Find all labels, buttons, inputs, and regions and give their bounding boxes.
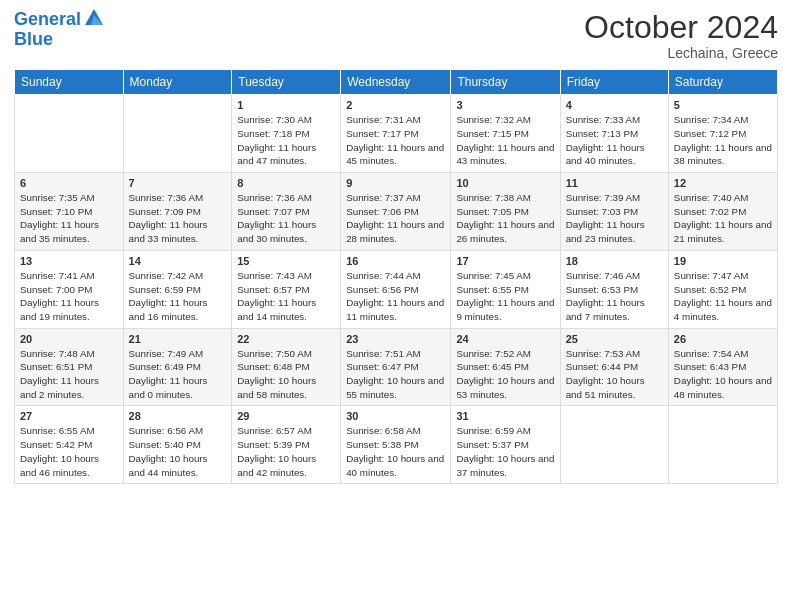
day-number: 25: [566, 333, 663, 345]
day-number: 21: [129, 333, 227, 345]
logo-text-line2: Blue: [14, 30, 105, 50]
table-row: [668, 406, 777, 484]
calendar-header-row: Sunday Monday Tuesday Wednesday Thursday…: [15, 70, 778, 95]
calendar-week-row: 13Sunrise: 7:41 AM Sunset: 7:00 PM Dayli…: [15, 250, 778, 328]
day-number: 29: [237, 410, 335, 422]
month-title: October 2024: [584, 10, 778, 45]
day-info: Sunrise: 7:49 AM Sunset: 6:49 PM Dayligh…: [129, 347, 227, 402]
day-number: 15: [237, 255, 335, 267]
calendar-week-row: 20Sunrise: 7:48 AM Sunset: 6:51 PM Dayli…: [15, 328, 778, 406]
day-info: Sunrise: 7:44 AM Sunset: 6:56 PM Dayligh…: [346, 269, 445, 324]
table-row: 25Sunrise: 7:53 AM Sunset: 6:44 PM Dayli…: [560, 328, 668, 406]
day-number: 7: [129, 177, 227, 189]
day-info: Sunrise: 7:40 AM Sunset: 7:02 PM Dayligh…: [674, 191, 772, 246]
day-number: 18: [566, 255, 663, 267]
table-row: 24Sunrise: 7:52 AM Sunset: 6:45 PM Dayli…: [451, 328, 560, 406]
day-info: Sunrise: 6:58 AM Sunset: 5:38 PM Dayligh…: [346, 424, 445, 479]
day-number: 30: [346, 410, 445, 422]
table-row: 14Sunrise: 7:42 AM Sunset: 6:59 PM Dayli…: [123, 250, 232, 328]
day-number: 2: [346, 99, 445, 111]
day-number: 11: [566, 177, 663, 189]
table-row: 8Sunrise: 7:36 AM Sunset: 7:07 PM Daylig…: [232, 173, 341, 251]
table-row: [560, 406, 668, 484]
day-info: Sunrise: 6:57 AM Sunset: 5:39 PM Dayligh…: [237, 424, 335, 479]
day-info: Sunrise: 7:46 AM Sunset: 6:53 PM Dayligh…: [566, 269, 663, 324]
day-number: 31: [456, 410, 554, 422]
header-wednesday: Wednesday: [341, 70, 451, 95]
day-info: Sunrise: 7:52 AM Sunset: 6:45 PM Dayligh…: [456, 347, 554, 402]
table-row: 5Sunrise: 7:34 AM Sunset: 7:12 PM Daylig…: [668, 95, 777, 173]
table-row: 13Sunrise: 7:41 AM Sunset: 7:00 PM Dayli…: [15, 250, 124, 328]
day-info: Sunrise: 7:30 AM Sunset: 7:18 PM Dayligh…: [237, 113, 335, 168]
table-row: 31Sunrise: 6:59 AM Sunset: 5:37 PM Dayli…: [451, 406, 560, 484]
day-info: Sunrise: 6:55 AM Sunset: 5:42 PM Dayligh…: [20, 424, 118, 479]
table-row: 23Sunrise: 7:51 AM Sunset: 6:47 PM Dayli…: [341, 328, 451, 406]
page: General Blue October 2024 Lechaina, Gree…: [0, 0, 792, 612]
table-row: 11Sunrise: 7:39 AM Sunset: 7:03 PM Dayli…: [560, 173, 668, 251]
table-row: 9Sunrise: 7:37 AM Sunset: 7:06 PM Daylig…: [341, 173, 451, 251]
day-number: 8: [237, 177, 335, 189]
day-number: 1: [237, 99, 335, 111]
table-row: 4Sunrise: 7:33 AM Sunset: 7:13 PM Daylig…: [560, 95, 668, 173]
table-row: 16Sunrise: 7:44 AM Sunset: 6:56 PM Dayli…: [341, 250, 451, 328]
logo: General Blue: [14, 10, 105, 50]
table-row: 22Sunrise: 7:50 AM Sunset: 6:48 PM Dayli…: [232, 328, 341, 406]
table-row: 18Sunrise: 7:46 AM Sunset: 6:53 PM Dayli…: [560, 250, 668, 328]
day-info: Sunrise: 7:47 AM Sunset: 6:52 PM Dayligh…: [674, 269, 772, 324]
day-number: 26: [674, 333, 772, 345]
header-sunday: Sunday: [15, 70, 124, 95]
day-number: 24: [456, 333, 554, 345]
day-number: 20: [20, 333, 118, 345]
table-row: 15Sunrise: 7:43 AM Sunset: 6:57 PM Dayli…: [232, 250, 341, 328]
calendar-table: Sunday Monday Tuesday Wednesday Thursday…: [14, 69, 778, 484]
day-info: Sunrise: 7:32 AM Sunset: 7:15 PM Dayligh…: [456, 113, 554, 168]
day-info: Sunrise: 7:43 AM Sunset: 6:57 PM Dayligh…: [237, 269, 335, 324]
table-row: 12Sunrise: 7:40 AM Sunset: 7:02 PM Dayli…: [668, 173, 777, 251]
day-number: 22: [237, 333, 335, 345]
calendar-week-row: 27Sunrise: 6:55 AM Sunset: 5:42 PM Dayli…: [15, 406, 778, 484]
day-number: 12: [674, 177, 772, 189]
day-number: 23: [346, 333, 445, 345]
day-info: Sunrise: 7:33 AM Sunset: 7:13 PM Dayligh…: [566, 113, 663, 168]
day-info: Sunrise: 7:54 AM Sunset: 6:43 PM Dayligh…: [674, 347, 772, 402]
day-info: Sunrise: 7:37 AM Sunset: 7:06 PM Dayligh…: [346, 191, 445, 246]
day-number: 9: [346, 177, 445, 189]
day-number: 10: [456, 177, 554, 189]
header-friday: Friday: [560, 70, 668, 95]
table-row: 17Sunrise: 7:45 AM Sunset: 6:55 PM Dayli…: [451, 250, 560, 328]
day-info: Sunrise: 7:34 AM Sunset: 7:12 PM Dayligh…: [674, 113, 772, 168]
day-info: Sunrise: 7:50 AM Sunset: 6:48 PM Dayligh…: [237, 347, 335, 402]
calendar-week-row: 6Sunrise: 7:35 AM Sunset: 7:10 PM Daylig…: [15, 173, 778, 251]
day-info: Sunrise: 7:39 AM Sunset: 7:03 PM Dayligh…: [566, 191, 663, 246]
day-info: Sunrise: 7:31 AM Sunset: 7:17 PM Dayligh…: [346, 113, 445, 168]
header-tuesday: Tuesday: [232, 70, 341, 95]
day-info: Sunrise: 7:51 AM Sunset: 6:47 PM Dayligh…: [346, 347, 445, 402]
title-block: October 2024 Lechaina, Greece: [584, 10, 778, 61]
day-number: 4: [566, 99, 663, 111]
logo-icon: [83, 7, 105, 29]
table-row: 10Sunrise: 7:38 AM Sunset: 7:05 PM Dayli…: [451, 173, 560, 251]
day-info: Sunrise: 7:35 AM Sunset: 7:10 PM Dayligh…: [20, 191, 118, 246]
header-thursday: Thursday: [451, 70, 560, 95]
day-info: Sunrise: 7:38 AM Sunset: 7:05 PM Dayligh…: [456, 191, 554, 246]
table-row: 26Sunrise: 7:54 AM Sunset: 6:43 PM Dayli…: [668, 328, 777, 406]
table-row: 7Sunrise: 7:36 AM Sunset: 7:09 PM Daylig…: [123, 173, 232, 251]
header-monday: Monday: [123, 70, 232, 95]
calendar-week-row: 1Sunrise: 7:30 AM Sunset: 7:18 PM Daylig…: [15, 95, 778, 173]
table-row: 6Sunrise: 7:35 AM Sunset: 7:10 PM Daylig…: [15, 173, 124, 251]
table-row: 19Sunrise: 7:47 AM Sunset: 6:52 PM Dayli…: [668, 250, 777, 328]
day-info: Sunrise: 7:41 AM Sunset: 7:00 PM Dayligh…: [20, 269, 118, 324]
day-number: 27: [20, 410, 118, 422]
header-saturday: Saturday: [668, 70, 777, 95]
day-number: 28: [129, 410, 227, 422]
location-subtitle: Lechaina, Greece: [584, 45, 778, 61]
table-row: 28Sunrise: 6:56 AM Sunset: 5:40 PM Dayli…: [123, 406, 232, 484]
day-info: Sunrise: 7:45 AM Sunset: 6:55 PM Dayligh…: [456, 269, 554, 324]
day-info: Sunrise: 7:42 AM Sunset: 6:59 PM Dayligh…: [129, 269, 227, 324]
table-row: [15, 95, 124, 173]
table-row: 2Sunrise: 7:31 AM Sunset: 7:17 PM Daylig…: [341, 95, 451, 173]
header: General Blue October 2024 Lechaina, Gree…: [14, 10, 778, 61]
day-number: 16: [346, 255, 445, 267]
day-info: Sunrise: 7:36 AM Sunset: 7:09 PM Dayligh…: [129, 191, 227, 246]
day-number: 3: [456, 99, 554, 111]
